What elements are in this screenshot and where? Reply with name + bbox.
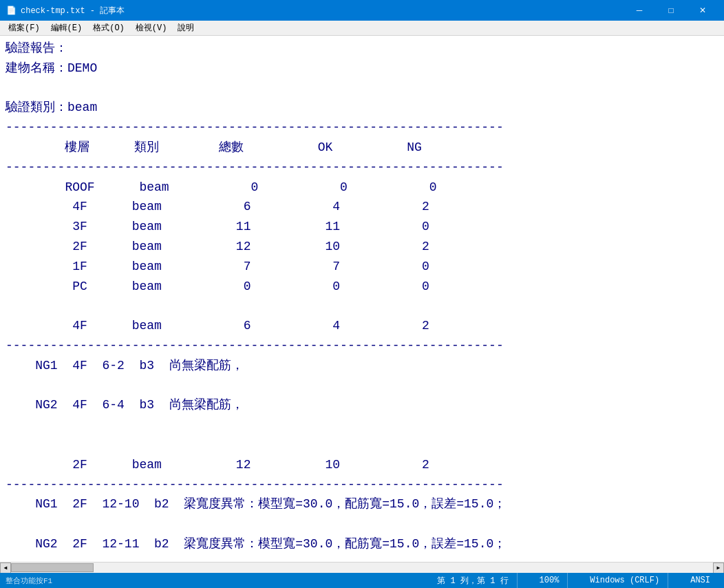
hscroll-thumb[interactable] [11, 563, 94, 572]
menu-format[interactable]: 格式(O) [87, 21, 130, 35]
hscroll-left-button[interactable]: ◀ [0, 563, 11, 574]
status-hint: 整合功能按F1 [6, 576, 52, 586]
menu-view[interactable]: 檢視(V) [130, 21, 173, 35]
title-bar: 📄 check-tmp.txt - 記事本 ─ □ ✕ [0, 0, 724, 21]
status-left: 整合功能按F1 [6, 576, 415, 586]
close-button[interactable]: ✕ [687, 0, 718, 21]
window-controls: ─ □ ✕ [624, 0, 718, 21]
status-encoding: ANSI [682, 573, 718, 588]
minimize-button[interactable]: ─ [624, 0, 655, 21]
editor-text: 驗證報告： 建物名稱：DEMO 驗證類別：beam --------------… [6, 39, 718, 562]
status-position: 第 1 列，第 1 行 [429, 573, 517, 588]
title-bar-left: 📄 check-tmp.txt - 記事本 [6, 5, 125, 17]
status-line-ending: Windows (CRLF) [582, 573, 668, 588]
menu-bar: 檔案(F) 編輯(E) 格式(O) 檢視(V) 說明 [0, 21, 724, 36]
status-zoom: 100% [531, 573, 568, 588]
hscroll-right-button[interactable]: ▶ [713, 563, 724, 574]
menu-help[interactable]: 說明 [172, 21, 200, 35]
horizontal-scrollbar[interactable]: ◀ ▶ [0, 562, 724, 573]
editor-wrapper: 驗證報告： 建物名稱：DEMO 驗證類別：beam --------------… [0, 36, 724, 562]
menu-edit[interactable]: 編輯(E) [45, 21, 88, 35]
app-icon: 📄 [6, 5, 17, 16]
hscroll-track[interactable] [11, 563, 713, 573]
editor-content[interactable]: 驗證報告： 建物名稱：DEMO 驗證類別：beam --------------… [0, 36, 724, 562]
menu-file[interactable]: 檔案(F) [3, 21, 45, 35]
status-bar: 整合功能按F1 第 1 列，第 1 行 100% Windows (CRLF) … [0, 573, 724, 588]
window-title: check-tmp.txt - 記事本 [21, 5, 125, 17]
maximize-button[interactable]: □ [655, 0, 687, 21]
